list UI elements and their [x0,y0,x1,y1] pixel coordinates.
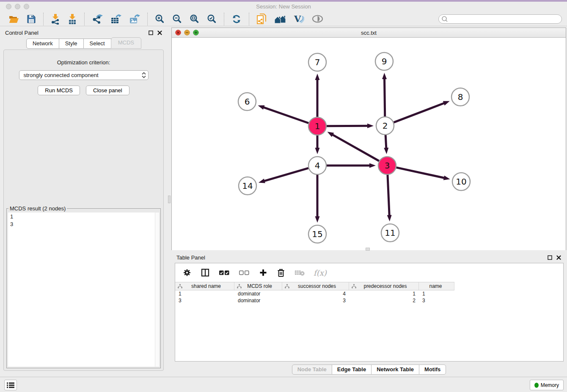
edge-1-2[interactable] [327,126,368,126]
show-columns-button[interactable] [200,268,210,278]
zoom-out-button[interactable] [171,13,183,25]
cell-name[interactable]: 1 [419,290,454,297]
edge-1-6[interactable] [263,107,308,123]
select-all-columns-button[interactable] [218,270,230,276]
edge-arrowhead [384,148,388,154]
status-bar: Memory [0,377,567,392]
mcds-result-title: MCDS result (2 nodes) [8,205,67,212]
cell-predecessor-nodes[interactable]: 2 [349,297,419,304]
create-column-button[interactable] [258,268,268,278]
tab-mcds[interactable]: MCDS [111,37,141,49]
column-header-successor-nodes[interactable]: successor nodes [282,282,349,290]
network-window-titlebar[interactable]: scc.txt [172,28,566,38]
mcds-result-list[interactable]: 13 [8,213,155,367]
network-graph[interactable]: 7968124314101511 [172,38,566,250]
toolbar-separator [84,13,85,25]
export-network-button[interactable] [91,13,104,25]
edge-3-10[interactable] [396,168,444,178]
edge-2-3[interactable] [385,135,386,149]
edge-3-11[interactable] [388,175,389,216]
function-builder-button[interactable]: f(x) [314,268,327,277]
tab-node-table[interactable]: Node Table [292,364,332,375]
search-icon [441,16,448,22]
main-toolbar: V [0,12,567,26]
control-panel-title: Control Panel [5,30,39,36]
save-session-button[interactable] [26,14,37,25]
cell-shared-name[interactable]: 1 [175,290,234,297]
tab-network-table[interactable]: Network Table [371,364,419,375]
edge-2-8[interactable] [394,103,445,122]
network-from-file-button[interactable] [256,12,267,25]
node-label-1: 1 [315,121,320,131]
toolbar-separator [147,13,148,25]
task-history-button[interactable] [4,380,17,390]
graphics-details-button[interactable] [311,14,324,24]
panel-divider-handle[interactable] [168,196,171,203]
cell-MCDS-role[interactable]: dominator [234,290,282,297]
edge-3-1[interactable] [332,135,379,161]
trash-icon [277,268,285,277]
import-table-button[interactable] [67,13,78,25]
cell-shared-name[interactable]: 3 [175,297,234,304]
eye-icon [312,15,323,23]
search-input[interactable] [448,15,561,23]
result-scrollbar[interactable] [155,213,159,367]
column-header-MCDS-role[interactable]: MCDS role [234,282,282,290]
edge-arrowhead [369,163,376,168]
node-label-2: 2 [383,121,388,131]
refresh-icon [231,14,242,24]
cell-successor-nodes[interactable]: 3 [282,297,349,304]
tab-network[interactable]: Network [26,39,59,49]
float-panel-icon[interactable] [149,30,153,35]
memory-button[interactable]: Memory [530,380,564,390]
cell-predecessor-nodes[interactable]: 1 [349,290,419,297]
close-panel-icon[interactable] [157,30,162,35]
tab-style[interactable]: Style [59,39,84,49]
import-network-button[interactable] [50,13,61,25]
attribute-tree-icon [285,284,289,289]
toolbar-separator [43,13,44,25]
table-row[interactable]: 3dominator323 [175,297,454,304]
search-field[interactable] [438,14,562,24]
table-panel-tabs: Node TableEdge TableNetwork TableMotifs [171,364,567,375]
tab-select[interactable]: Select [83,39,111,49]
criterion-dropdown[interactable]: strongly connected component [19,70,149,80]
apply-layout-button[interactable] [231,13,242,25]
zoom-selected-button[interactable] [206,13,217,25]
tab-edge-table[interactable]: Edge Table [332,364,372,375]
edge-4-14[interactable] [264,168,308,181]
node-label-10: 10 [456,177,466,187]
delete-column-button[interactable] [276,268,286,278]
close-panel-button[interactable]: Close panel [86,86,129,95]
column-header-name[interactable]: name [419,282,454,290]
table-row[interactable]: 1dominator411 [175,290,454,297]
zoom-in-button[interactable] [154,13,165,25]
unselect-all-columns-button[interactable] [238,270,250,276]
delete-table-button[interactable] [294,269,306,277]
vizmapper-button[interactable]: V [293,13,305,25]
table-settings-button[interactable] [182,268,192,278]
zoom-fit-button[interactable] [189,13,200,25]
open-session-button[interactable] [8,14,20,25]
column-header-predecessor-nodes[interactable]: predecessor nodes [349,282,419,290]
view-resize-handle[interactable] [366,248,370,251]
network-overview-button[interactable] [273,14,287,25]
cell-successor-nodes[interactable]: 4 [282,290,349,297]
export-image-icon [129,14,140,24]
export-table-button[interactable] [110,13,122,25]
result-line: 1 [10,213,153,221]
edge-arrowhead [382,73,387,79]
node-label-4: 4 [315,160,320,171]
attribute-tree-icon [237,284,242,289]
edge-arrowhead [443,176,450,180]
cell-name[interactable]: 3 [419,297,454,304]
column-header-shared-name[interactable]: shared name [175,282,234,290]
cell-MCDS-role[interactable]: dominator [234,297,282,304]
edge-2-9[interactable] [385,78,385,116]
edge-arrowhead [258,105,264,110]
run-mcds-button[interactable]: Run MCDS [38,86,80,95]
export-image-button[interactable] [128,13,141,25]
tab-motifs[interactable]: Motifs [419,364,446,375]
close-table-panel-icon[interactable] [556,255,561,260]
float-table-panel-icon[interactable] [548,255,552,260]
